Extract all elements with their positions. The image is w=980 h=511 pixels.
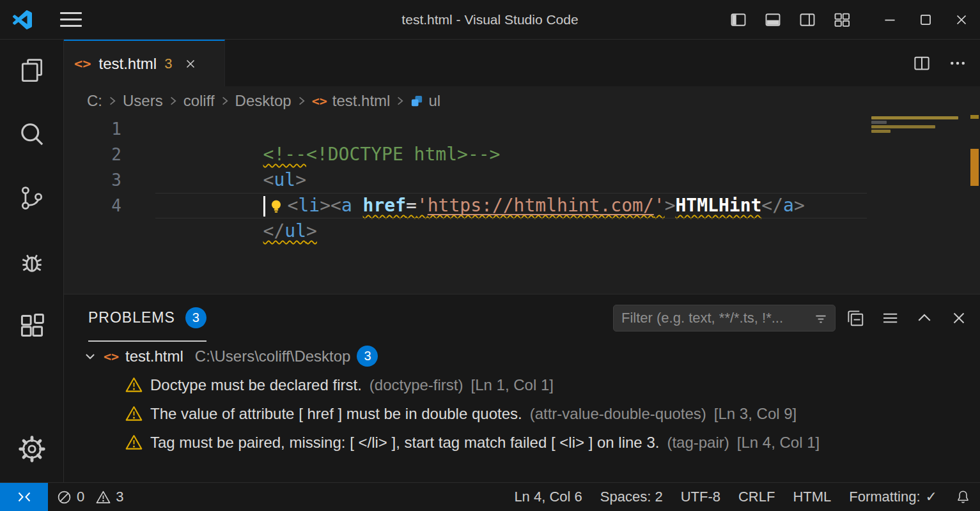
code-token — [352, 195, 363, 216]
problems-filter — [613, 305, 836, 332]
code-line: 2 <ul> — [64, 142, 980, 167]
menu-icon[interactable] — [60, 12, 82, 27]
breadcrumb-coliff[interactable]: coliff — [183, 92, 215, 110]
warning-squiggle: HTMLHint — [675, 195, 761, 216]
error-circle-icon — [57, 490, 72, 505]
filter-input[interactable] — [613, 305, 836, 332]
tab-problems-badge: 3 — [164, 56, 172, 72]
code-token: href — [363, 195, 406, 216]
problem-item[interactable]: Tag must be paired, missing: [ </li> ], … — [64, 428, 980, 457]
main-area: <> test.html 3 C: Users coli — [0, 40, 980, 482]
warning-count: 3 — [116, 489, 123, 505]
problems-file-row[interactable]: <> test.html C:\Users\coliff\Desktop 3 — [64, 342, 980, 370]
minimap-line — [871, 125, 935, 128]
chevron-down-icon[interactable] — [83, 349, 97, 363]
extensions-icon[interactable] — [17, 310, 47, 341]
collapse-all-icon[interactable] — [846, 309, 865, 328]
explorer-icon[interactable] — [17, 55, 47, 86]
close-tab-icon[interactable] — [183, 57, 198, 71]
breadcrumb-users[interactable]: Users — [123, 92, 163, 110]
encoding[interactable]: UTF-8 — [672, 489, 729, 505]
source-control-icon[interactable] — [17, 183, 47, 213]
file-problems-badge: 3 — [357, 346, 378, 367]
filter-icon[interactable] — [813, 310, 829, 327]
problem-item[interactable]: The value of attribute [ href ] must be … — [64, 399, 980, 428]
status-right: Ln 4, Col 6 Spaces: 2 UTF-8 CRLF HTML Fo… — [505, 483, 980, 511]
formatting-status[interactable]: Formatting: ✓ — [840, 489, 946, 505]
maximize-icon[interactable] — [917, 11, 934, 28]
code-token: > — [320, 195, 331, 216]
run-debug-icon[interactable] — [17, 247, 47, 277]
minimap-line — [871, 116, 958, 119]
code-token: = — [406, 195, 417, 216]
breadcrumb-drive[interactable]: C: — [87, 92, 102, 110]
overview-ruler-warning-mark — [970, 115, 979, 119]
more-actions-icon[interactable] — [948, 54, 967, 73]
warning-triangle-icon — [125, 434, 143, 451]
formatting-label: Formatting: — [849, 489, 920, 505]
code-token: > — [665, 195, 676, 216]
breadcrumb-symbol-ul[interactable]: ul — [410, 92, 440, 110]
code-token: </ — [263, 220, 285, 241]
tab-problems[interactable]: PROBLEMS 3 — [88, 294, 206, 342]
vscode-logo-icon — [13, 10, 32, 29]
status-problems[interactable]: 0 3 — [57, 489, 124, 505]
editor-actions — [912, 40, 967, 86]
code-editor[interactable]: 1 <!--<!DOCTYPE html>--> 2 <ul> 3 <li><a… — [64, 115, 980, 294]
symbol-element-icon — [410, 95, 423, 107]
code-token: a — [341, 195, 352, 216]
overview-ruler-warning-mark — [970, 149, 979, 186]
customize-layout-icon[interactable] — [833, 11, 851, 29]
split-editor-icon[interactable] — [912, 54, 931, 73]
close-panel-icon[interactable] — [949, 309, 968, 328]
tab-label: test.html — [99, 55, 157, 73]
chevron-right-icon — [396, 95, 404, 107]
problem-rule: (tag-pair) — [667, 434, 729, 452]
problems-file-name: test.html — [125, 347, 183, 365]
warning-triangle-icon — [125, 376, 143, 393]
problem-rule: (attr-value-double-quotes) — [530, 405, 706, 423]
code-token: < — [331, 195, 341, 216]
eol-sequence[interactable]: CRLF — [729, 489, 784, 505]
breadcrumb-symbol-label: ul — [428, 92, 440, 110]
code-token: </ — [761, 195, 783, 216]
minimize-icon[interactable] — [882, 11, 898, 28]
warning-triangle-icon — [125, 405, 143, 422]
toggle-sidebar-icon[interactable] — [729, 11, 747, 29]
code-token: a — [783, 195, 794, 216]
cursor-position[interactable]: Ln 4, Col 6 — [505, 489, 591, 505]
check-icon: ✓ — [926, 489, 937, 505]
close-window-icon[interactable] — [953, 11, 970, 28]
minimap[interactable] — [871, 115, 961, 294]
maximize-panel-icon[interactable] — [915, 309, 934, 328]
titlebar-actions — [729, 11, 970, 29]
search-icon[interactable] — [17, 119, 47, 149]
warning-squiggle: </ul> — [263, 220, 317, 241]
code-line: 3 <li><a href='https://htmlhint.com/'>HT… — [64, 167, 980, 193]
problem-rule: (doctype-first) — [369, 376, 463, 394]
tab-test-html[interactable]: <> test.html 3 — [64, 40, 225, 86]
title-bar: test.html - Visual Studio Code — [0, 0, 980, 40]
url-link[interactable]: https://htmlhint.com/ — [428, 195, 654, 216]
chevron-right-icon — [221, 95, 229, 107]
activity-bar — [0, 40, 64, 482]
minimap-line — [871, 130, 891, 133]
toggle-secondary-sidebar-icon[interactable] — [798, 11, 816, 29]
problem-item[interactable]: Doctype must be declared first. (doctype… — [64, 370, 980, 399]
line-number: 2 — [64, 142, 121, 167]
remote-indicator[interactable] — [0, 483, 48, 511]
html-file-icon: <> — [104, 349, 119, 364]
toggle-panel-icon[interactable] — [764, 11, 782, 29]
panel-header: PROBLEMS 3 — [64, 294, 980, 342]
problems-file-path: C:\Users\coliff\Desktop — [195, 347, 351, 365]
view-as-list-icon[interactable] — [880, 309, 899, 328]
problem-message: Tag must be paired, missing: [ </li> ], … — [150, 434, 659, 452]
code-token: <!DOCTYPE html>--> — [306, 144, 500, 165]
breadcrumb-file[interactable]: <> test.html — [312, 92, 391, 110]
settings-gear-icon[interactable] — [17, 434, 47, 464]
indentation[interactable]: Spaces: 2 — [591, 489, 672, 505]
tab-bar: <> test.html 3 — [64, 40, 980, 86]
notifications-bell-icon[interactable] — [946, 489, 980, 505]
breadcrumb-desktop[interactable]: Desktop — [235, 92, 292, 110]
language-mode[interactable]: HTML — [784, 489, 840, 505]
